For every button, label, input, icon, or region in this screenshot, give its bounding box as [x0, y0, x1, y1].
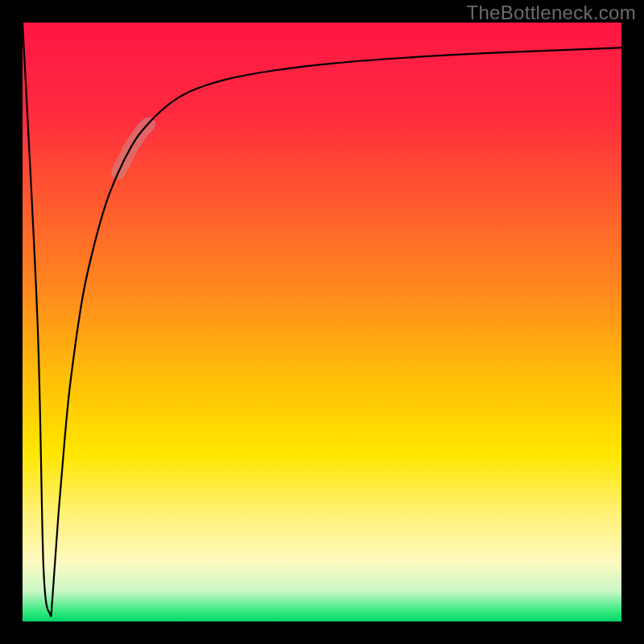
plot-background-gradient: [23, 23, 621, 621]
bottleneck-chart: [0, 0, 644, 644]
chart-container: TheBottleneck.com: [0, 0, 644, 644]
watermark-text: TheBottleneck.com: [466, 2, 636, 24]
